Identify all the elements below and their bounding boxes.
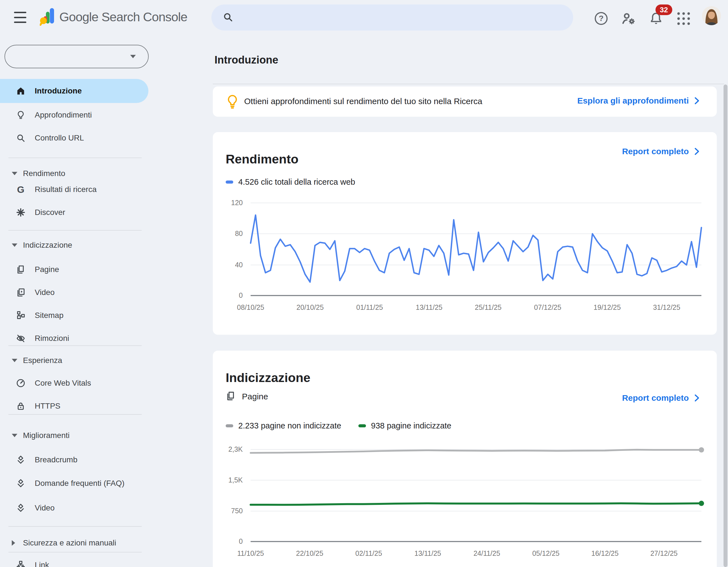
vertical-scrollbar[interactable]: [724, 85, 727, 567]
chevron-down-icon: [12, 359, 17, 362]
link-tree-icon: [16, 560, 26, 567]
sidebar-item-breadcrumb[interactable]: Breadcrumb: [0, 448, 148, 472]
x-axis-tick: 11/10/25: [237, 549, 264, 557]
product-name: Google Search Console: [59, 10, 187, 24]
sidebar-divider: [8, 414, 142, 415]
sidebar-divider: [8, 158, 142, 158]
clicks-legend[interactable]: 4.526 clic totali della ricerca web: [226, 178, 355, 187]
indexing-full-report-link[interactable]: Report completo: [622, 393, 701, 403]
global-search-bar[interactable]: [211, 4, 573, 31]
explore-insights-link[interactable]: Esplora gli approfondimenti: [577, 96, 701, 106]
user-settings-icon: [621, 11, 636, 26]
google-apps-button[interactable]: [676, 11, 691, 26]
search-icon: [16, 133, 26, 143]
main-menu-icon[interactable]: [14, 12, 26, 23]
not-indexed-legend[interactable]: 2.233 pagine non indicizzate: [226, 421, 341, 430]
performance-card-title: Rendimento: [226, 152, 298, 167]
y-axis-tick: 120: [231, 199, 243, 207]
sidebar-item-pagine[interactable]: Pagine: [0, 258, 148, 282]
product-logo: Google Search Console: [40, 7, 187, 27]
sidebar-section-indicizzazione[interactable]: Indicizzazione: [0, 234, 148, 257]
indexing-card-title: Indicizzazione: [226, 370, 311, 385]
y-axis-tick: 1,5K: [228, 476, 243, 484]
sidebar-item-link[interactable]: Link: [0, 553, 148, 567]
performance-line-chart[interactable]: 120 80 40 0 08/10/25 20/10/25 01/11/25 1…: [251, 203, 701, 296]
x-axis-tick: 24/11/25: [473, 549, 500, 557]
sidebar-divider: [8, 552, 142, 552]
indexing-pages-subheader: Pagine: [226, 391, 268, 402]
search-console-logo-icon: [40, 7, 54, 27]
performance-full-report-link[interactable]: Report completo: [622, 147, 701, 156]
svg-text:?: ?: [599, 14, 603, 23]
sidebar-item-core-web-vitals[interactable]: Core Web Vitals: [0, 371, 148, 395]
search-icon: [223, 12, 233, 24]
search-input[interactable]: [240, 13, 562, 23]
notifications-button[interactable]: 32: [648, 11, 664, 26]
sidebar-section-esperienza[interactable]: Esperienza: [0, 349, 148, 372]
sidebar-item-domande-frequenti-faq[interactable]: Domande frequenti (FAQ): [0, 471, 148, 495]
indexing-line-chart[interactable]: 2,3K 1,5K 750 0 11/10/25 22/10/25 02/11/…: [251, 449, 701, 542]
notifications-count-badge: 32: [655, 4, 672, 15]
sidebar-item-video[interactable]: Video: [0, 281, 148, 304]
y-axis-tick: 80: [235, 230, 243, 238]
pages-icon: [226, 391, 236, 402]
chevron-right-icon: [693, 147, 701, 156]
speedometer-icon: [16, 378, 26, 388]
sidebar-item-video-miglioramenti[interactable]: Video: [0, 496, 148, 520]
sidebar-section-miglioramenti[interactable]: Miglioramenti: [0, 424, 148, 447]
performance-card: Rendimento Report completo 4.526 clic to…: [213, 132, 717, 335]
x-axis-tick: 20/10/25: [297, 303, 324, 311]
indexed-legend[interactable]: 938 pagine indicizzate: [358, 421, 451, 430]
lightbulb-icon: [226, 94, 239, 110]
legend-dash-blue: [226, 181, 233, 184]
y-axis-tick: 2,3K: [228, 445, 243, 453]
page-title: Introduzione: [214, 54, 278, 66]
sidebar-item-discover[interactable]: Discover: [0, 200, 148, 225]
chevron-down-icon: [12, 434, 17, 437]
insights-banner: Ottieni approfondimenti sul rendimento d…: [213, 87, 717, 117]
chevron-right-icon: [693, 393, 701, 402]
x-axis-tick: 16/12/25: [591, 549, 619, 557]
legend-dash-gray: [226, 424, 233, 427]
title-divider: [213, 84, 724, 84]
x-axis-tick: 02/11/25: [355, 549, 382, 557]
insights-banner-text: Ottieni approfondimenti sul rendimento d…: [244, 97, 482, 106]
apps-grid-icon: [677, 12, 690, 25]
sidebar-item-controllo-url[interactable]: Controllo URL: [0, 126, 148, 150]
sidebar-section-sicurezza-e-azioni-manuali[interactable]: Sicurezza e azioni manuali: [0, 532, 148, 554]
sidebar-item-risultati-di-ricerca[interactable]: G Risultati di ricerca: [0, 178, 148, 202]
app-header: Google Search Console ?: [0, 0, 728, 36]
chevron-down-icon: [12, 172, 17, 175]
property-selector[interactable]: [4, 45, 149, 68]
chevron-down-icon: [12, 244, 17, 247]
chevron-right-icon: [693, 96, 701, 105]
user-settings-button[interactable]: [621, 11, 636, 26]
google-g-icon: G: [16, 185, 26, 195]
x-axis-tick: 27/12/25: [650, 549, 678, 557]
legend-dash-green: [358, 424, 366, 427]
sidebar-divider: [8, 526, 142, 527]
discover-asterisk-icon: [16, 207, 26, 218]
account-avatar[interactable]: [702, 6, 721, 25]
home-icon: [16, 86, 26, 96]
x-axis-tick: 01/11/25: [356, 303, 383, 311]
x-axis-tick: 08/10/25: [237, 303, 264, 311]
help-icon: ?: [594, 11, 608, 26]
x-axis-tick: 19/12/25: [594, 303, 621, 311]
rich-result-icon: [16, 478, 26, 488]
sidebar-item-rimozioni[interactable]: Rimozioni: [0, 326, 148, 350]
x-axis-tick: 13/11/25: [416, 303, 442, 311]
sidebar-item-approfondimenti[interactable]: Approfondimenti: [0, 103, 148, 127]
x-axis-tick: 22/10/25: [296, 549, 323, 557]
x-axis-tick: 07/12/25: [534, 303, 561, 311]
sidebar-divider: [8, 345, 142, 346]
help-button[interactable]: ?: [593, 11, 609, 26]
eye-off-icon: [16, 333, 26, 343]
sidebar-item-sitemap[interactable]: Sitemap: [0, 303, 148, 327]
y-axis-tick: 0: [239, 537, 243, 545]
x-axis-tick: 25/11/25: [475, 303, 501, 311]
y-axis-tick: 750: [231, 507, 243, 515]
lightbulb-icon: [16, 110, 26, 120]
sidebar-item-introduzione[interactable]: Introduzione: [0, 79, 148, 103]
sidebar-divider: [8, 230, 142, 231]
